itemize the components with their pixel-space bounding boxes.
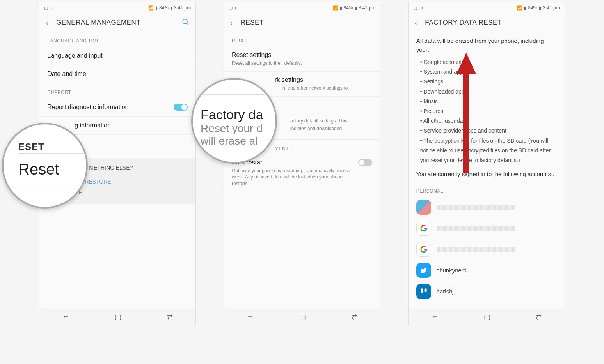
status-bar: ▢ ⊖ 📶 ▮ 84% ▮ 3:41 pm [39, 2, 195, 13]
navigation-bar: ← ▢ ⇄ [39, 308, 195, 325]
report-diagnostic-label: Report diagnostic information [47, 104, 128, 111]
mag2-sub1: Reset your d [201, 122, 263, 135]
google-icon [416, 221, 431, 236]
status-time: 3:41 pm [543, 5, 560, 11]
mag2-title: Factory da [201, 107, 263, 122]
bullet-settings: • Settings [420, 77, 557, 87]
trello-account-name: harishj [437, 288, 454, 295]
battery-icon: ▮ [355, 5, 357, 11]
report-diagnostic-toggle[interactable] [174, 104, 188, 111]
navigation-bar: ← ▢ ⇄ [224, 308, 380, 325]
do-not-disturb-icon: ⊖ [50, 5, 54, 11]
back-icon[interactable]: ‹ [415, 18, 417, 27]
image-indicator-icon: ▢ [44, 5, 48, 11]
trello-icon [416, 284, 431, 299]
google-icon [416, 242, 431, 257]
erase-list: • Google account • System and app data •… [409, 57, 565, 165]
app-bar: ‹ FACTORY DATA RESET [409, 13, 565, 32]
censored-text [437, 205, 515, 210]
report-diagnostic-item[interactable]: Report diagnostic information [39, 98, 195, 117]
censored-text [437, 226, 515, 231]
account-item-trello: harishj [409, 281, 565, 302]
account-item-google-1 [409, 218, 565, 239]
svg-point-0 [183, 19, 188, 24]
page-title: FACTORY DATA RESET [425, 19, 558, 27]
account-item-google-2 [409, 239, 565, 260]
mag1-reset-text: Reset [18, 161, 59, 178]
back-icon[interactable]: ‹ [46, 18, 48, 27]
nav-recents-icon[interactable]: ⇄ [352, 313, 357, 321]
image-indicator-icon: ▢ [229, 5, 233, 11]
nav-home-icon[interactable]: ▢ [299, 313, 306, 321]
page-title: GENERAL MANAGEMENT [56, 19, 174, 27]
page-title: RESET [241, 19, 374, 27]
svg-rect-3 [424, 288, 426, 292]
battery-icon: ▮ [539, 5, 541, 11]
nav-home-icon[interactable]: ▢ [115, 313, 121, 321]
nav-back-icon[interactable]: ← [247, 313, 254, 321]
section-support: SUPPORT [39, 83, 195, 98]
status-time: 3:41 pm [359, 5, 375, 11]
account-item-1 [409, 197, 565, 218]
wifi-icon: 📶 [148, 5, 154, 11]
image-indicator-icon: ▢ [413, 5, 417, 11]
signal-icon: ▮ [155, 5, 158, 11]
wifi-icon: 📶 [333, 5, 338, 11]
nav-home-icon[interactable]: ▢ [484, 313, 490, 321]
mag2-sub2: will erase al [201, 135, 258, 147]
status-time: 3:41 pm [174, 5, 191, 11]
bullet-google: • Google account [420, 57, 557, 67]
app-bar: ‹ GENERAL MANAGEMENT [39, 13, 195, 32]
do-not-disturb-icon: ⊖ [419, 5, 423, 11]
wifi-icon: 📶 [517, 5, 522, 11]
phone-screen-3: ▢ ⊖ 📶 ▮ 84% ▮ 3:41 pm ‹ FACTORY DATA RES… [408, 2, 565, 325]
language-input-item[interactable]: Language and input [39, 47, 195, 65]
bullet-pictures: • Pictures [420, 106, 557, 116]
bullet-decryption: • The decryption key for files on the SD… [420, 136, 557, 166]
status-bar: ▢ ⊖ 📶 ▮ 84% ▮ 3:41 pm [409, 2, 565, 13]
mag1-section-text: ESET [18, 141, 44, 152]
reset-settings-label: Reset settings [232, 51, 372, 58]
date-time-item[interactable]: Date and time [39, 65, 195, 83]
reset-settings-item[interactable]: Reset settings Reset all settings to the… [224, 47, 380, 72]
signal-icon: ▮ [524, 5, 526, 11]
nav-back-icon[interactable]: ← [431, 313, 438, 321]
bullet-provider: • Service provider apps and content [420, 126, 557, 136]
intro-text: All data will be erased from your phone,… [409, 32, 565, 57]
section-reset: RESET [224, 32, 380, 47]
battery-percent: 84% [344, 5, 353, 11]
auto-restart-sub: Optimise your phone by restarting it aut… [232, 168, 354, 187]
signal-icon: ▮ [340, 5, 342, 11]
back-icon[interactable]: ‹ [230, 18, 233, 27]
battery-percent: 84% [159, 5, 169, 11]
twitter-account-name: chunkynerd [437, 267, 467, 274]
section-personal: PERSONAL [409, 182, 565, 197]
svg-rect-2 [421, 288, 423, 293]
search-icon[interactable] [181, 18, 189, 28]
censored-text [437, 247, 515, 252]
app-bar: ‹ RESET [224, 13, 380, 32]
auto-restart-toggle[interactable] [358, 159, 372, 166]
bullet-apps: • Downloaded apps [420, 87, 557, 97]
signed-in-text: You are currently signed in to the follo… [409, 165, 565, 182]
battery-icon: ▮ [170, 5, 172, 11]
nav-back-icon[interactable]: ← [62, 313, 69, 321]
nav-recents-icon[interactable]: ⇄ [536, 313, 542, 321]
reset-settings-sub: Reset all settings to their defaults. [232, 60, 372, 67]
bullet-userdata: • All other user data [420, 116, 557, 126]
factory-reset-content[interactable]: All data will be erased from your phone,… [409, 32, 565, 308]
magnifier-factory: Factory da Reset your d will erase al [191, 78, 277, 164]
phone-screen-2: ▢ ⊖ 📶 ▮ 84% ▮ 3:41 pm ‹ RESET RESET Rese… [224, 2, 380, 325]
svg-line-1 [187, 23, 188, 25]
navigation-bar: ← ▢ ⇄ [409, 308, 565, 325]
bullet-system: • System and app data [420, 67, 557, 77]
nav-recents-icon[interactable]: ⇄ [167, 313, 173, 321]
battery-percent: 84% [528, 5, 537, 11]
do-not-disturb-icon: ⊖ [235, 5, 238, 11]
twitter-icon [416, 263, 431, 278]
bullet-music: • Music [420, 97, 557, 106]
account-icon-1 [416, 200, 431, 215]
account-item-twitter: chunkynerd [409, 260, 565, 281]
status-bar: ▢ ⊖ 📶 ▮ 84% ▮ 3:41 pm [224, 2, 380, 13]
section-language-time: LANGUAGE AND TIME [39, 32, 195, 47]
